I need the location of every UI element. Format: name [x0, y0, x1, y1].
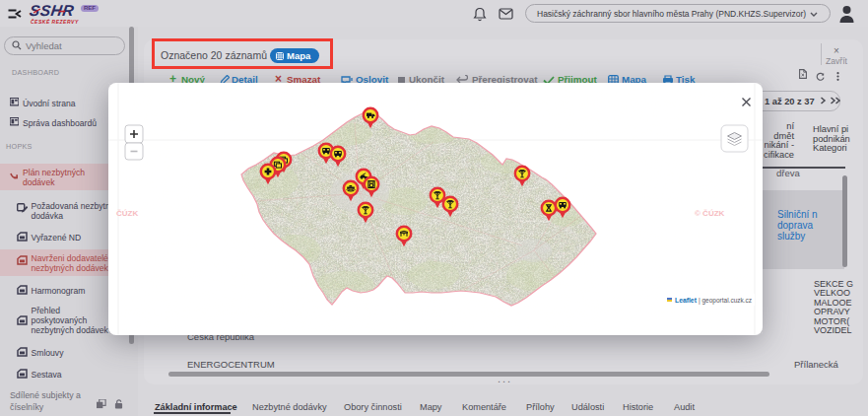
- svg-text:ČÚZK: ČÚZK: [116, 209, 138, 218]
- svg-text:Leaflet: Leaflet: [675, 297, 698, 304]
- svg-text:| geoportal.cuzk.cz: | geoportal.cuzk.cz: [699, 297, 752, 305]
- svg-text:© ČÚZK: © ČÚZK: [695, 209, 725, 218]
